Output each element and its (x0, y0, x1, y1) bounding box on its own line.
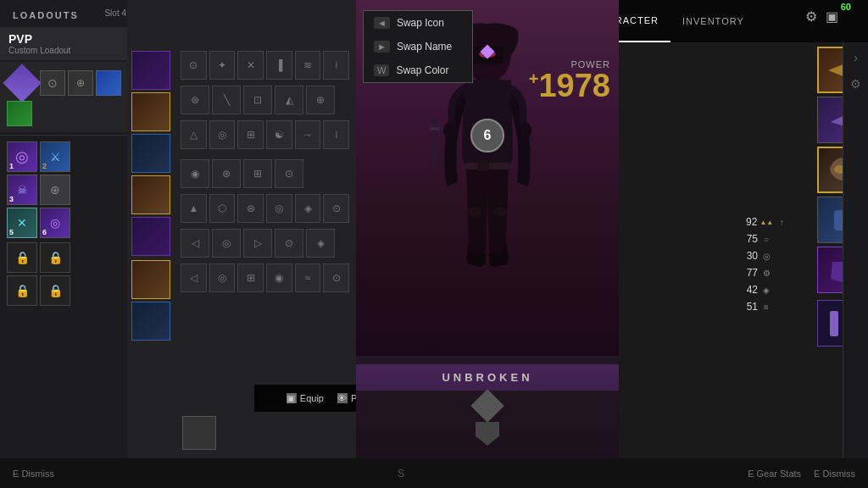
skill-row-5: ▲ ⬡ ⊛ ◎ ◈ ⊙ (174, 192, 356, 225)
armor-chest[interactable] (131, 134, 170, 173)
loadout-slot-1[interactable]: ◎ 1 (7, 141, 37, 172)
skill-row-4: ◉ ⊛ ⊞ ⊙ (174, 158, 356, 190)
emblem-slot-3[interactable] (96, 70, 121, 96)
skill-27[interactable]: ⊙ (323, 194, 349, 223)
swap-name-label: Swap Name (397, 41, 452, 53)
right-gear-icon[interactable]: ⚙ (850, 77, 861, 91)
weapon-kinetic[interactable] (131, 260, 170, 299)
skill-11[interactable]: ⊕ (306, 86, 335, 114)
equip-button[interactable]: ▣ Equip (287, 393, 324, 403)
loadout-slot-3[interactable]: ☠ 3 (7, 175, 37, 205)
emblem-slot-2[interactable]: ⊕ (68, 70, 93, 96)
stat-mobility: 92 ▲▲ ↑ (737, 216, 787, 228)
mobility-arrow: ▲▲ (760, 219, 773, 226)
armor-head[interactable] (131, 51, 170, 90)
skill-5[interactable]: ≋ (295, 51, 321, 80)
pvp-section[interactable]: PVP Custom Loadout Slot 4 (0, 27, 135, 60)
settings-icon[interactable]: ⚙ (805, 8, 817, 25)
loadouts-panel: LOADOUTS PVP Custom Loadout Slot 4 ⊙ ⊕ (0, 0, 136, 488)
context-swap-icon[interactable]: ◄ Swap Icon (364, 11, 472, 35)
skill-19[interactable]: ⊛ (212, 159, 241, 188)
separator-1 (0, 135, 135, 136)
loadout-slot-6[interactable]: ◎ 6 (40, 208, 70, 238)
skill-34[interactable]: ◎ (209, 263, 236, 292)
bottom-left-dismiss[interactable]: E Dismiss (0, 469, 54, 479)
lock-slot-4: 🔒 (40, 275, 70, 306)
emblem-row: ⊙ ⊕ (0, 62, 135, 132)
skill-8[interactable]: ╲ (212, 86, 241, 114)
emblem-diamond (3, 64, 41, 102)
skill-35[interactable]: ⊞ (237, 263, 264, 292)
context-swap-name[interactable]: ► Swap Name (364, 35, 472, 58)
preview-icon: 👁 (337, 393, 348, 403)
skill-row-7: ◁ ◎ ⊞ ◉ ≈ ⊙ (174, 262, 356, 294)
resilience-icon: ○ (760, 235, 772, 244)
nav-inventory[interactable]: INVENTORY (670, 0, 756, 42)
loadout-slot-5[interactable]: ✕ 5 (7, 208, 37, 238)
loadout-slot-2[interactable]: ⚔ 2 (40, 141, 70, 172)
skill-21[interactable]: ⊙ (275, 159, 303, 188)
skill-6[interactable]: ⁞ (323, 51, 349, 80)
power-plus: + (529, 69, 539, 88)
emblem-slot-1[interactable]: ⊙ (40, 70, 65, 96)
stat-discipline: 77 ⚙ (737, 267, 787, 279)
skill-36[interactable]: ◉ (266, 263, 292, 292)
skill-26[interactable]: ◈ (295, 194, 321, 223)
stat-mobility-value: 92 (737, 216, 757, 228)
extra-slot[interactable] (182, 416, 216, 450)
skill-14[interactable]: ⊞ (237, 120, 264, 149)
skill-3[interactable]: ✕ (237, 51, 264, 80)
weapon-slot2[interactable] (131, 302, 170, 341)
skill-2[interactable]: ✦ (209, 51, 236, 80)
right-chevron-icon[interactable]: › (854, 51, 858, 64)
swap-name-key: ► (374, 41, 390, 53)
skill-30[interactable]: ▷ (243, 229, 272, 258)
skill-23[interactable]: ⬡ (209, 194, 236, 223)
svg-point-10 (493, 207, 507, 217)
loadout-slot-4[interactable]: ⊕ (40, 175, 70, 205)
skill-33[interactable]: ◁ (181, 263, 207, 292)
menu-icon[interactable]: ▣ (826, 8, 838, 25)
skill-9[interactable]: ⊡ (243, 86, 272, 114)
stat-discipline-value: 77 (737, 267, 758, 279)
nav-shield[interactable] (476, 422, 499, 446)
skill-32[interactable]: ◈ (306, 229, 335, 258)
swap-icon-key: ◄ (374, 17, 390, 29)
svg-rect-5 (432, 119, 437, 169)
skill-16[interactable]: → (295, 120, 321, 149)
armor-class[interactable] (131, 217, 170, 256)
armor-legs[interactable] (131, 175, 170, 214)
top-right-icons: ⚙ ▣ (805, 8, 838, 25)
bottom-gear-stats[interactable]: E Gear Stats (748, 469, 801, 479)
skill-20[interactable]: ⊞ (243, 159, 272, 188)
skill-38[interactable]: ⊙ (323, 263, 349, 292)
skill-28[interactable]: ◁ (181, 229, 209, 258)
skill-31[interactable]: ⊙ (275, 229, 303, 258)
context-swap-color[interactable]: W Swap Color (364, 58, 472, 82)
skill-29[interactable]: ◎ (212, 229, 241, 258)
skill-25[interactable]: ◎ (266, 194, 292, 223)
skill-37[interactable]: ≈ (295, 263, 321, 292)
skill-10[interactable]: ◭ (275, 86, 303, 114)
skill-22[interactable]: ▲ (181, 194, 207, 223)
stat-resilience-value: 75 (737, 233, 758, 245)
skill-24[interactable]: ⊛ (237, 194, 264, 223)
skill-17[interactable]: ⁞ (323, 120, 349, 149)
discipline-icon: ⚙ (760, 269, 772, 278)
bottom-dismiss[interactable]: E Dismiss (814, 469, 855, 479)
stat-recovery-value: 30 (737, 250, 758, 262)
bottom-center-s: S (54, 468, 748, 480)
skill-18[interactable]: ◉ (181, 159, 209, 188)
loadout-row-3: ✕ 5 ◎ 6 (7, 208, 128, 238)
stats-panel: 92 ▲▲ ↑ 75 ○ 30 ◎ 77 ⚙ 42 ◈ 51 ≡ (737, 216, 787, 318)
skill-15[interactable]: ☯ (266, 120, 292, 149)
score-badge: 60 (841, 2, 851, 12)
armor-arms[interactable] (131, 92, 170, 131)
skill-7[interactable]: ⊛ (181, 86, 209, 114)
skill-4[interactable]: ▐ (266, 51, 292, 80)
skill-1[interactable]: ⊙ (181, 51, 207, 80)
skill-12[interactable]: △ (181, 120, 207, 149)
nav-diamond[interactable] (470, 389, 504, 423)
skill-13[interactable]: ◎ (209, 120, 236, 149)
emblem-slot-4[interactable] (7, 101, 32, 126)
